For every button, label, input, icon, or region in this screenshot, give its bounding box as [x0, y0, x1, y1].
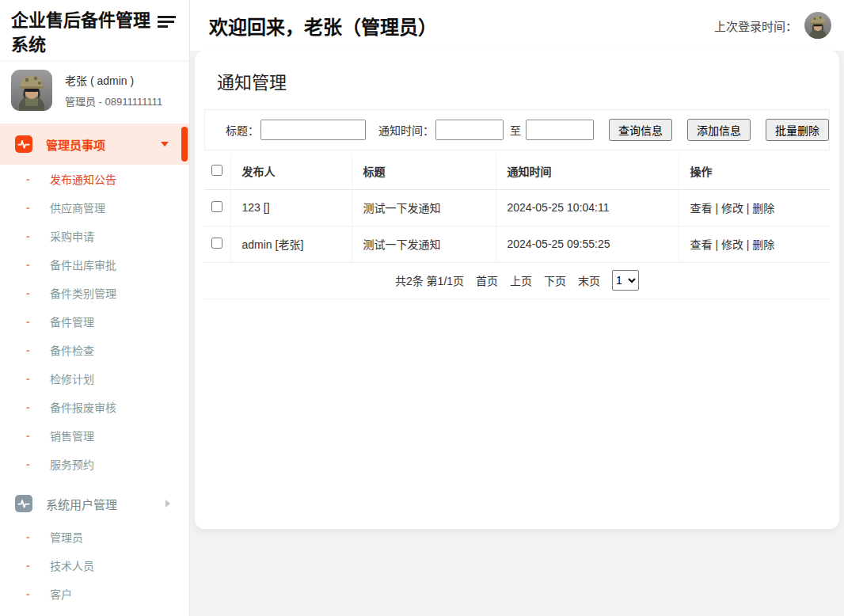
sidebar-item-label: 备件类别管理: [50, 285, 116, 301]
sidebar-item-scrap-review[interactable]: - 备件报废审核: [0, 393, 189, 421]
title-search-input[interactable]: [260, 120, 366, 140]
title-filter-label: 标题：: [226, 122, 259, 138]
batch-delete-button[interactable]: 批量删除: [766, 119, 829, 141]
dash-bullet: -: [26, 587, 50, 600]
delete-link[interactable]: 删除: [752, 202, 774, 215]
sidebar-item-label: 备件检查: [50, 342, 94, 358]
add-button[interactable]: 添加信息: [687, 119, 751, 141]
nav-section-system-users[interactable]: 系统用户管理: [0, 485, 189, 523]
sidebar-item-publish-notice[interactable]: - 发布通知公告: [0, 165, 189, 193]
sidebar-item-label: 销售管理: [50, 428, 94, 443]
to-label: 至: [510, 122, 521, 138]
cell-actions: 查看 | 修改 | 删除: [679, 189, 830, 226]
dash-bullet: -: [26, 230, 50, 242]
sidebar-item-outbound-approval[interactable]: - 备件出库审批: [0, 250, 189, 279]
user-profile: 老张 ( admin ) 管理员 - 08911111111: [0, 60, 189, 124]
last-page-link[interactable]: 末页: [578, 272, 600, 288]
pagination-bar: 共2条 第1/1页 首页 上页 下页 末页 1: [204, 263, 830, 299]
user-name: 老张 ( admin ): [65, 72, 162, 88]
query-button[interactable]: 查询信息: [609, 119, 672, 141]
pulse-icon: [15, 135, 32, 153]
dash-bullet: -: [26, 201, 50, 214]
cell-time: 2024-05-25 09:55:25: [496, 226, 679, 262]
sidebar: 企业售后备件管理系统: [0, 0, 190, 616]
chevron-down-icon: [161, 142, 169, 146]
cell-publisher: admin [老张]: [230, 226, 352, 262]
column-header-time: 通知时间: [496, 154, 679, 189]
soldier-avatar-image: [804, 12, 831, 39]
column-header-title: 标题: [352, 154, 496, 189]
nav-section-label: 管理员事项: [46, 136, 105, 153]
sidebar-item-parts-check[interactable]: - 备件检查: [0, 336, 189, 364]
sidebar-item-administrators[interactable]: - 管理员: [0, 523, 189, 551]
sidebar-item-label: 客户: [50, 586, 72, 602]
dash-bullet: -: [26, 458, 50, 470]
view-link[interactable]: 查看: [690, 238, 713, 251]
topbar-avatar[interactable]: [804, 12, 831, 39]
nav-section-admin-affairs[interactable]: 管理员事项: [0, 124, 189, 165]
sidebar-item-label: 技术人员: [50, 557, 94, 573]
menu-toggle-icon[interactable]: [158, 16, 177, 30]
dash-bullet: -: [26, 372, 50, 385]
time-from-input[interactable]: [435, 120, 504, 140]
sidebar-item-label: 管理员: [50, 529, 83, 545]
pagination-summary: 共2条 第1/1页: [395, 272, 464, 288]
sidebar-item-purchase-request[interactable]: - 采购申请: [0, 222, 189, 250]
user-avatar: [11, 70, 52, 111]
select-all-checkbox[interactable]: [211, 165, 222, 176]
action-separator: |: [743, 202, 752, 215]
sidebar-nav: 管理员事项 - 发布通知公告 - 供应商管理 - 采购申请 - 备件出库审批: [0, 124, 189, 608]
edit-link[interactable]: 修改: [721, 202, 743, 215]
sidebar-item-label: 检修计划: [50, 371, 94, 386]
dash-bullet: -: [26, 258, 50, 271]
action-separator: |: [713, 238, 721, 251]
welcome-heading: 欢迎回来，老张（管理员）: [209, 12, 437, 40]
time-to-input[interactable]: [526, 120, 594, 140]
notice-table: 发布人 标题 通知时间 操作 123 [] 测试一下发通知 2024-05-25…: [204, 154, 830, 263]
app-title: 企业售后备件管理系统: [0, 0, 189, 60]
next-page-link[interactable]: 下页: [544, 272, 566, 288]
cell-publisher: 123 []: [230, 189, 352, 226]
page-title: 通知管理: [217, 68, 830, 93]
page-select[interactable]: 1: [612, 270, 639, 291]
main-area: 欢迎回来，老张（管理员） 上次登录时间：: [190, 0, 844, 616]
prev-page-link[interactable]: 上页: [510, 272, 532, 288]
user-role-phone: 管理员 - 08911111111: [65, 93, 162, 108]
row-checkbox[interactable]: [211, 201, 222, 212]
sidebar-item-label: 备件报废审核: [50, 399, 116, 415]
edit-link[interactable]: 修改: [721, 238, 743, 251]
sidebar-scrollbar-thumb[interactable]: [181, 127, 188, 162]
sidebar-item-maintenance-plan[interactable]: - 检修计划: [0, 364, 189, 393]
action-separator: |: [713, 202, 721, 215]
sidebar-item-label: 采购申请: [50, 228, 94, 244]
last-login: 上次登录时间：: [714, 12, 831, 39]
sidebar-item-label: 发布通知公告: [50, 171, 116, 187]
pulse-icon: [15, 495, 32, 512]
dash-bullet: -: [26, 559, 50, 572]
delete-link[interactable]: 删除: [752, 238, 774, 251]
notice-management-card: 通知管理 标题： 通知时间： 至 查询信息 添加信息 批量删除 发布人 标题: [195, 51, 839, 529]
sidebar-item-service-booking[interactable]: - 服务预约: [0, 450, 189, 478]
dash-bullet: -: [26, 530, 50, 543]
view-link[interactable]: 查看: [690, 202, 713, 215]
topbar: 欢迎回来，老张（管理员） 上次登录时间：: [190, 0, 844, 51]
sidebar-item-label: 服务预约: [50, 456, 94, 472]
dash-bullet: -: [26, 287, 50, 299]
first-page-link[interactable]: 首页: [476, 272, 498, 288]
sidebar-item-parts-mgmt[interactable]: - 备件管理: [0, 307, 189, 336]
sidebar-item-technicians[interactable]: - 技术人员: [0, 551, 189, 580]
soldier-avatar-image: [11, 70, 52, 111]
dash-bullet: -: [26, 429, 50, 442]
last-login-label: 上次登录时间：: [714, 17, 797, 34]
search-toolbar: 标题： 通知时间： 至 查询信息 添加信息 批量删除: [204, 109, 830, 150]
row-checkbox[interactable]: [211, 238, 222, 249]
chevron-right-icon: [165, 500, 170, 508]
cell-title: 测试一下发通知: [352, 226, 496, 262]
app-title-text: 企业售后备件管理系统: [11, 10, 150, 55]
dash-bullet: -: [26, 344, 50, 356]
action-separator: |: [743, 238, 752, 251]
sidebar-item-sales-mgmt[interactable]: - 销售管理: [0, 421, 189, 450]
sidebar-item-customers[interactable]: - 客户: [0, 580, 189, 608]
sidebar-item-category-mgmt[interactable]: - 备件类别管理: [0, 279, 189, 307]
sidebar-item-supplier-mgmt[interactable]: - 供应商管理: [0, 193, 189, 222]
